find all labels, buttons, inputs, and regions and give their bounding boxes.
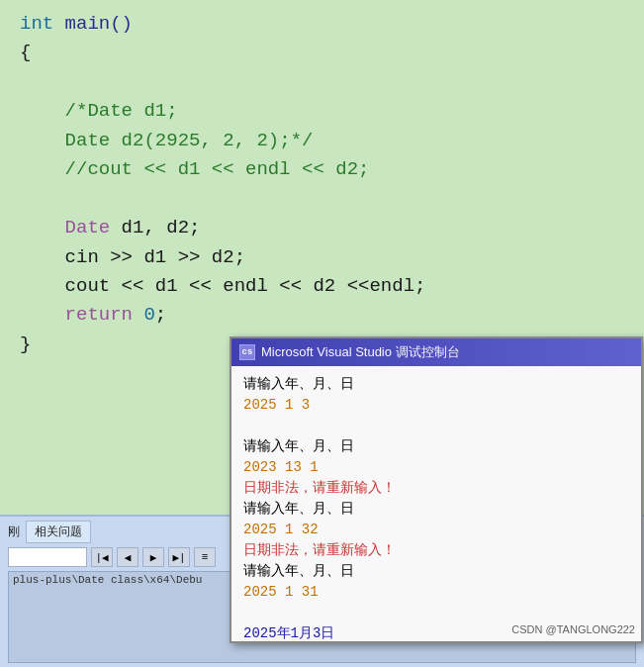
console-line: 请输入年、月、日 xyxy=(243,499,629,520)
console-line: 2023 13 1 xyxy=(243,457,629,478)
console-icon: cs xyxy=(239,344,255,360)
console-titlebar: cs Microsoft Visual Studio 调试控制台 xyxy=(231,338,641,366)
search-input[interactable] xyxy=(8,547,87,567)
code-line xyxy=(20,68,624,97)
bottom-tab-label: 刚 xyxy=(8,524,20,540)
code-line: Date d1, d2; xyxy=(20,214,624,242)
ctrl-btn-2[interactable]: ◀ xyxy=(117,547,138,567)
code-line: //cout << d1 << endl << d2; xyxy=(20,155,624,184)
console-window: cs Microsoft Visual Studio 调试控制台 请输入年、月、… xyxy=(230,336,643,643)
console-line: 2025 1 31 xyxy=(243,582,629,603)
console-line xyxy=(243,416,629,436)
code-line: /*Date d1; xyxy=(20,97,624,126)
console-line: 2025 1 32 xyxy=(243,520,629,540)
console-body[interactable]: 请输入年、月、日2025 1 3 请输入年、月、日2023 13 1日期非法，请… xyxy=(231,366,641,641)
console-line: 2025 1 3 xyxy=(243,395,629,416)
ctrl-btn-5[interactable]: ≡ xyxy=(194,547,216,567)
code-line xyxy=(20,185,624,214)
code-line: Date d2(2925, 2, 2);*/ xyxy=(20,127,624,155)
ctrl-btn-4[interactable]: ▶| xyxy=(168,547,190,567)
ctrl-btn-3[interactable]: ▶ xyxy=(142,547,164,567)
console-line: 日期非法，请重新输入！ xyxy=(243,540,629,561)
code-line: int main() xyxy=(20,10,624,39)
related-problems-tab[interactable]: 相关问题 xyxy=(26,521,91,543)
code-line: cin >> d1 >> d2; xyxy=(20,243,624,272)
console-line: 请输入年、月、日 xyxy=(243,561,629,582)
ctrl-btn-1[interactable]: |◀ xyxy=(91,547,113,567)
code-line: cout << d1 << endl << d2 <<endl; xyxy=(20,272,624,301)
console-line: 请输入年、月、日 xyxy=(243,436,629,457)
console-line: 请输入年、月、日 xyxy=(243,374,629,395)
code-line: return 0; xyxy=(20,301,624,330)
code-line: { xyxy=(20,39,624,67)
watermark: CSDN @TANGLONG222 xyxy=(511,621,635,638)
console-line: 日期非法，请重新输入！ xyxy=(243,478,629,499)
console-title: Microsoft Visual Studio 调试控制台 xyxy=(261,343,460,361)
